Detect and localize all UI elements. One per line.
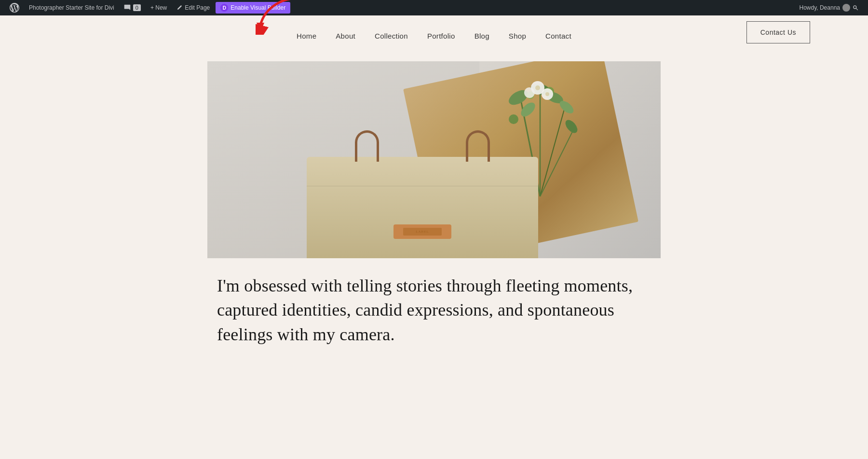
svg-point-21 <box>545 92 549 96</box>
search-icon[interactable] <box>853 5 858 11</box>
edit-icon <box>176 5 182 11</box>
nav-collection[interactable]: Collection <box>375 32 408 40</box>
tote-handle-left <box>355 130 379 162</box>
seam-line <box>307 186 538 186</box>
nav-home[interactable]: Home <box>297 32 316 40</box>
avatar <box>842 4 850 12</box>
comment-icon <box>124 4 131 11</box>
howdy-label: Howdy, Deanna <box>800 4 841 11</box>
leather-label: LABEL <box>393 224 451 239</box>
svg-point-2 <box>854 6 856 9</box>
svg-point-19 <box>524 87 535 98</box>
admin-bar: Photographer Starter Site for Divi 0 + N… <box>0 0 868 15</box>
wp-logo-item[interactable] <box>6 0 23 15</box>
comment-count: 0 <box>133 4 141 11</box>
edit-page-label: Edit Page <box>185 4 210 11</box>
new-label: + New <box>150 4 167 11</box>
nav-shop[interactable]: Shop <box>509 32 526 40</box>
enable-visual-builder-label: Enable Visual Builder <box>231 4 285 11</box>
text-section: I'm obsessed with telling stories throug… <box>207 274 661 347</box>
nav-portfolio[interactable]: Portfolio <box>427 32 455 40</box>
tote-handle-right <box>466 130 490 162</box>
tote-bag-body: LABEL <box>307 157 538 258</box>
site-title-item[interactable]: Photographer Starter Site for Divi <box>25 0 118 15</box>
hero-image: LABEL <box>207 61 661 258</box>
svg-point-13 <box>563 118 580 135</box>
divi-letter: D <box>223 5 226 11</box>
hero-section: LABEL <box>0 56 868 258</box>
nav-contact[interactable]: Contact <box>545 32 571 40</box>
edit-page-item[interactable]: Edit Page <box>173 0 214 15</box>
contact-us-button[interactable]: Contact Us <box>746 21 810 43</box>
new-item[interactable]: + New <box>147 0 171 15</box>
site-title: Photographer Starter Site for Divi <box>29 4 114 11</box>
svg-line-3 <box>856 8 858 10</box>
site-header: Home About Collection Portfolio Blog Sho… <box>0 15 868 56</box>
nav-blog[interactable]: Blog <box>475 32 489 40</box>
svg-line-7 <box>540 129 574 196</box>
main-nav: Home About Collection Portfolio Blog Sho… <box>0 25 868 47</box>
svg-line-6 <box>540 110 564 196</box>
nav-about[interactable]: About <box>336 32 355 40</box>
svg-point-14 <box>509 114 518 124</box>
svg-point-20 <box>535 85 540 90</box>
enable-visual-builder-btn[interactable]: D Enable Visual Builder <box>216 2 290 14</box>
hero-background: LABEL <box>207 61 661 258</box>
divi-logo-circle: D <box>220 4 228 12</box>
wp-logo-icon <box>10 3 19 13</box>
comments-item[interactable]: 0 <box>120 0 145 15</box>
howdy-item[interactable]: Howdy, Deanna <box>796 0 863 15</box>
label-text: LABEL <box>403 228 442 236</box>
hero-quote: I'm obsessed with telling stories throug… <box>217 274 651 347</box>
